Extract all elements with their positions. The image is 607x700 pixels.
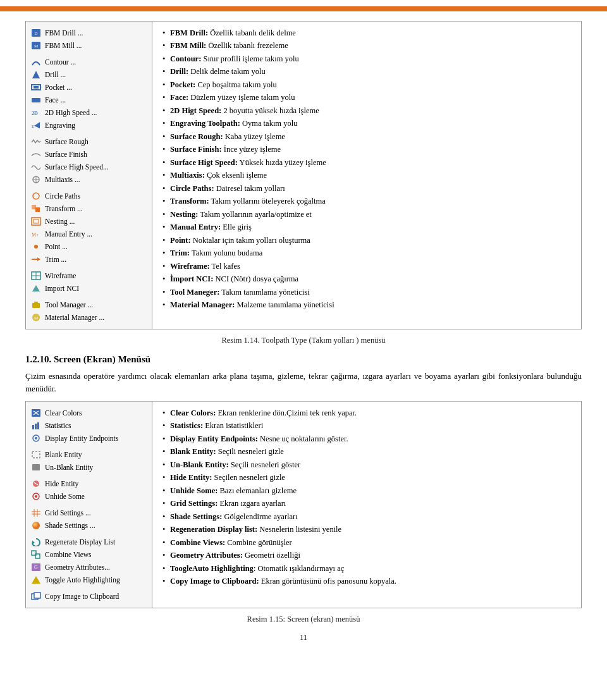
svg-point-37 bbox=[35, 437, 37, 439]
list-item: Regeneration Display list: Nesnelerin li… bbox=[160, 524, 573, 537]
list-item[interactable]: Statistics bbox=[26, 419, 152, 432]
item-text: Nesnelerin listesini yenile bbox=[257, 525, 341, 534]
transform-icon bbox=[30, 204, 42, 214]
list-item[interactable]: Multiaxis ... bbox=[26, 173, 152, 186]
list-item[interactable]: Pocket ... bbox=[26, 81, 152, 94]
item-text: Seçilen nesneleri gizle bbox=[212, 473, 285, 482]
list-item[interactable]: M Material Manager ... bbox=[26, 311, 152, 324]
hide-entity-icon bbox=[30, 479, 42, 489]
item-text: Özellik tabanlı delik delme bbox=[208, 28, 296, 37]
item-text: Ekran görüntüsünü ofis panosunu kopyala. bbox=[259, 577, 396, 586]
list-item: Unhide Some: Bazı elemanları gizleme bbox=[160, 484, 573, 498]
item-text: Noktalar için takım yolları oluşturma bbox=[191, 236, 310, 245]
list-item[interactable]: 2D 2D High Speed ... bbox=[26, 106, 152, 119]
svg-rect-56 bbox=[34, 593, 40, 598]
item-bold: Blank Entity: bbox=[170, 447, 216, 456]
item-text: Takım yollarının ayarla/optimize et bbox=[198, 210, 311, 219]
list-item[interactable]: Import NCI bbox=[26, 282, 152, 295]
list-item[interactable]: Transform ... bbox=[26, 202, 152, 215]
list-item[interactable]: Toggle Auto Highlighting bbox=[26, 574, 152, 586]
surface-rough-label: Surface Rough bbox=[45, 138, 89, 145]
drill-label: Drill ... bbox=[45, 71, 66, 78]
svg-text:E: E bbox=[32, 124, 34, 129]
svg-rect-26 bbox=[32, 303, 40, 308]
list-item[interactable]: Blank Entity bbox=[26, 448, 152, 461]
list-item: Un-Blank Entity: Seçili nesneleri göster bbox=[160, 458, 573, 472]
list-item: Trim: Takım yolunu budama bbox=[160, 247, 573, 261]
list-item[interactable]: Grid Settings ... bbox=[26, 507, 152, 519]
list-item[interactable]: Display Entity Endpoints bbox=[26, 432, 152, 445]
item-bold: FBM Drill: bbox=[170, 28, 208, 37]
list-item: Surface Higt Speed: Yüksek hızda yüzey i… bbox=[160, 156, 573, 169]
list-item: Grid Settings: Ekran ızgara ayarları bbox=[160, 498, 573, 511]
list-item[interactable]: G Geometry Attributes... bbox=[26, 561, 152, 574]
list-item: Face: Düzlem yüzey işleme takım yolu bbox=[160, 92, 573, 105]
list-item[interactable]: D FBM Drill ... bbox=[26, 27, 152, 39]
item-text: Seçili nesneleri gizle bbox=[216, 447, 284, 456]
item-text: Gölgelendirme ayarları bbox=[222, 512, 297, 521]
svg-rect-7 bbox=[32, 98, 40, 102]
item-bold: Engraving Toolpath: bbox=[170, 119, 240, 128]
drill-icon bbox=[30, 70, 42, 80]
material-manager-icon: M bbox=[30, 312, 42, 322]
svg-rect-15 bbox=[35, 207, 40, 212]
list-item[interactable]: Wireframe bbox=[26, 269, 152, 282]
screen-left-panel: Clear Colors Statistics Display Entity E… bbox=[26, 402, 152, 608]
item-text: Dairesel takım yolları bbox=[214, 184, 285, 193]
list-item[interactable]: Nesting ... bbox=[26, 215, 152, 228]
pocket-icon bbox=[30, 82, 42, 92]
trim-label: Trim ... bbox=[45, 255, 66, 263]
list-item[interactable]: M FBM Mill ... bbox=[26, 39, 152, 52]
regenerate-display-icon bbox=[30, 537, 42, 547]
copy-image-label: Copy Image to Clipboard bbox=[45, 593, 119, 600]
item-bold: Hide Entity: bbox=[170, 473, 212, 482]
list-item[interactable]: Copy Image to Clipboard bbox=[26, 590, 152, 603]
list-item[interactable]: Regenerate Display List bbox=[26, 536, 152, 548]
list-item[interactable]: Surface High Speed... bbox=[26, 161, 152, 173]
list-item: Material Manager: Malzeme tanımlama yöne… bbox=[160, 299, 573, 312]
section-body: Çizim esnasında operatöre yardımcı olaca… bbox=[25, 370, 582, 395]
list-item[interactable]: Tool Manager ... bbox=[26, 298, 152, 311]
list-item: FBM Drill: Özellik tabanlı delik delme bbox=[160, 27, 573, 40]
list-item[interactable]: Hide Entity bbox=[26, 477, 152, 490]
grid-settings-label: Grid Settings ... bbox=[45, 509, 91, 517]
list-item[interactable]: Face ... bbox=[26, 94, 152, 106]
item-bold: Combine Views: bbox=[170, 538, 225, 547]
list-item[interactable]: Drill ... bbox=[26, 68, 152, 81]
item-bold: Surface Rough: bbox=[170, 132, 223, 141]
list-item[interactable]: Surface Finish bbox=[26, 148, 152, 161]
list-item[interactable]: M+ Manual Entry ... bbox=[26, 228, 152, 240]
blank-entity-icon bbox=[30, 450, 42, 460]
fbm-mill-label: FBM Mill ... bbox=[45, 42, 82, 49]
list-item[interactable]: Circle Paths bbox=[26, 190, 152, 202]
list-item[interactable]: Point ... bbox=[26, 240, 152, 253]
list-item[interactable]: Trim ... bbox=[26, 253, 152, 266]
list-item[interactable]: Clear Colors bbox=[26, 407, 152, 419]
svg-rect-14 bbox=[32, 205, 36, 209]
list-item[interactable]: Combine Views bbox=[26, 548, 152, 561]
multiaxis-icon bbox=[30, 175, 42, 185]
list-item[interactable]: E Engraving bbox=[26, 119, 152, 132]
item-bold: Drill: bbox=[170, 67, 188, 76]
nesting-label: Nesting ... bbox=[45, 218, 75, 225]
svg-point-48 bbox=[32, 522, 40, 529]
list-item[interactable]: Unhide Some bbox=[26, 490, 152, 503]
list-item[interactable]: Surface Rough bbox=[26, 135, 152, 148]
item-text: NCI (Nötr) dosya çağırma bbox=[213, 274, 298, 283]
list-item[interactable]: Contour ... bbox=[26, 56, 152, 68]
list-item[interactable]: Shade Settings ... bbox=[26, 519, 152, 532]
svg-text:D: D bbox=[34, 31, 37, 36]
item-bold: Face: bbox=[170, 93, 188, 102]
toolpath-left-panel: D FBM Drill ... M FBM Mill ... Contour .… bbox=[26, 21, 152, 329]
list-item: Statistics: Ekran istatistikleri bbox=[160, 420, 573, 433]
caption1: Resim 1.14. Toolpath Type (Takım yolları… bbox=[25, 336, 582, 345]
list-item: Point: Noktalar için takım yolları oluşt… bbox=[160, 234, 573, 247]
list-item[interactable]: Un-Blank Entity bbox=[26, 461, 152, 474]
svg-point-19 bbox=[34, 245, 38, 249]
contour-icon bbox=[30, 57, 42, 67]
list-item: Blank Entity: Seçili nesneleri gizle bbox=[160, 446, 573, 459]
item-text: Sınır profili işleme takım yolu bbox=[201, 54, 299, 63]
svg-rect-17 bbox=[34, 219, 39, 223]
list-item: FBM Mill: Özellik tabanlı frezeleme bbox=[160, 40, 573, 53]
fbm-mill-icon: M bbox=[30, 40, 42, 51]
